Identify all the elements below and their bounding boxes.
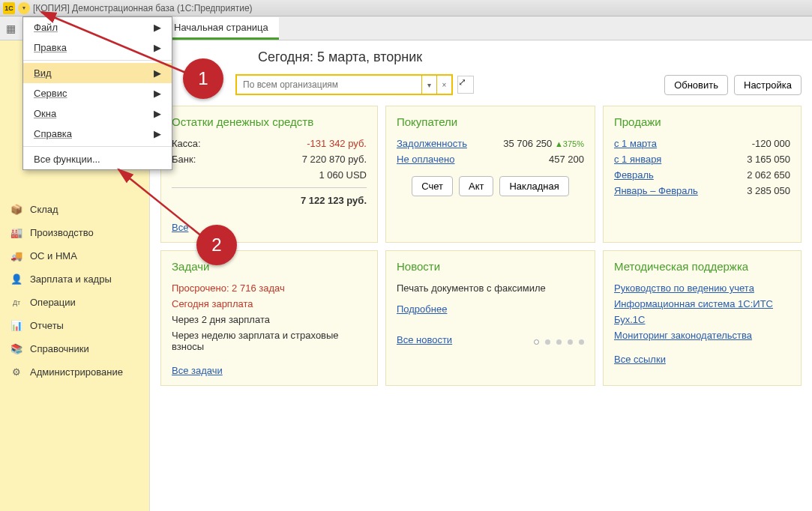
- menu-item-help[interactable]: Справка▶: [23, 124, 172, 144]
- all-tasks-link[interactable]: Все задачи: [172, 365, 223, 376]
- title-dropdown-icon[interactable]: [18, 2, 30, 14]
- sidebar-label: Операции: [30, 297, 76, 308]
- support-link-3[interactable]: Бух.1С: [614, 314, 645, 325]
- sales-val-2: 3 165 050: [747, 154, 790, 165]
- debt-link[interactable]: Задолженность: [397, 138, 467, 149]
- sections-icon[interactable]: ▦: [6, 22, 16, 34]
- menu-item-all-functions[interactable]: Все функции...: [23, 149, 172, 169]
- news-card: Новости Печать документов с факсимиле По…: [385, 250, 595, 386]
- annotation-bubble-2: 2: [196, 225, 237, 265]
- buyers-card: Покупатели Задолженность35 706 250 ▲375%…: [385, 106, 595, 243]
- person-icon: 👤: [10, 273, 22, 285]
- usd-value: 1 060 USD: [319, 169, 367, 181]
- sidebar-label: Производство: [30, 227, 94, 238]
- content-area: Сегодня: 5 марта, вторник ▾ × ⤢ Обновить…: [150, 40, 812, 511]
- bank-label: Банк:: [172, 154, 196, 165]
- sidebar-item-admin[interactable]: ⚙Администрирование: [0, 360, 149, 384]
- sidebar-label: ОС и НМА: [30, 250, 77, 261]
- box-icon: 📦: [10, 204, 22, 215]
- card-title: Остатки денежных средств: [172, 115, 367, 128]
- debt-value: 35 706 250: [503, 138, 552, 149]
- today-heading: Сегодня: 5 марта, вторник: [258, 49, 422, 65]
- chevron-right-icon: ▶: [154, 42, 161, 53]
- window-title: [КОПИЯ] Демонстрационная база (1С:Предпр…: [33, 3, 253, 13]
- expand-icon[interactable]: ⤢: [457, 76, 474, 94]
- menu-item-file[interactable]: Файл▶: [23, 17, 172, 37]
- chevron-right-icon: ▶: [154, 67, 161, 79]
- sales-val-1: -120 000: [752, 138, 790, 149]
- all-news-link[interactable]: Все новости: [397, 334, 452, 345]
- tasks-in2days: Через 2 дня зарплата: [172, 312, 367, 327]
- tab-start-page[interactable]: Начальная страница: [163, 17, 279, 40]
- support-link-4[interactable]: Мониторинг законодательства: [614, 330, 752, 341]
- chevron-right-icon: ▶: [154, 22, 161, 33]
- unpaid-link[interactable]: Не оплачено: [397, 154, 454, 165]
- factory-icon: 🏭: [10, 227, 22, 238]
- app-icon: 1С: [3, 2, 15, 14]
- all-links-link[interactable]: Все ссылки: [614, 354, 666, 365]
- menu-item-service[interactable]: Сервис▶: [23, 83, 172, 103]
- all-cash-link[interactable]: Все: [172, 222, 188, 233]
- chevron-right-icon: ▶: [154, 128, 161, 139]
- invoice-button[interactable]: Счет: [412, 176, 453, 196]
- tasks-inweek: Через неделю зарплата и страховые взносы: [172, 327, 367, 354]
- sales-card: Продажи с 1 марта-120 000 с 1 января3 16…: [603, 106, 802, 243]
- tasks-today: Сегодня зарплата: [172, 296, 367, 312]
- sales-link-3[interactable]: Февраль: [614, 169, 654, 181]
- sidebar-label: Склад: [30, 204, 58, 215]
- bank-value: 7 220 870 руб.: [302, 154, 367, 165]
- menu-item-edit[interactable]: Правка▶: [23, 37, 172, 58]
- support-link-2[interactable]: Информационная система 1С:ИТС: [614, 298, 773, 309]
- sidebar-item-reports[interactable]: 📊Отчеты: [0, 314, 149, 337]
- news-more-link[interactable]: Подробнее: [397, 303, 447, 315]
- org-input[interactable]: [237, 79, 421, 90]
- sidebar-label: Отчеты: [30, 320, 64, 331]
- refresh-button[interactable]: Обновить: [664, 75, 728, 95]
- sales-link-1[interactable]: с 1 марта: [614, 138, 657, 149]
- sales-link-2[interactable]: с 1 января: [614, 154, 661, 165]
- sidebar-label: Администрирование: [30, 366, 123, 378]
- card-title: Продажи: [614, 115, 790, 128]
- menu-item-windows[interactable]: Окна▶: [23, 103, 172, 124]
- settings-button[interactable]: Настройка: [734, 75, 802, 95]
- clear-icon[interactable]: ×: [436, 75, 451, 94]
- sidebar-item-production[interactable]: 🏭Производство: [0, 221, 149, 244]
- card-title: Покупатели: [397, 115, 584, 128]
- news-pagination-dots[interactable]: [534, 339, 584, 345]
- sidebar-item-operations[interactable]: ДтОперации: [0, 291, 149, 314]
- card-title: Задачи: [172, 260, 367, 273]
- chevron-right-icon: ▶: [154, 108, 161, 119]
- sidebar-item-os-nma[interactable]: 🚚ОС и НМА: [0, 244, 149, 267]
- org-selector[interactable]: ▾ ×: [235, 74, 453, 95]
- tasks-card: Задачи Просрочено: 2 716 задач Сегодня з…: [160, 250, 378, 386]
- sales-link-4[interactable]: Январь – Февраль: [614, 185, 698, 196]
- kassa-label: Касса:: [172, 138, 201, 149]
- tasks-overdue: Просрочено: 2 716 задач: [172, 280, 367, 296]
- nakladnaya-button[interactable]: Накладная: [499, 176, 568, 196]
- main-menu-dropdown: Файл▶ Правка▶ Вид▶ Сервис▶ Окна▶ Справка…: [22, 16, 172, 170]
- unpaid-value: 457 200: [549, 154, 584, 165]
- chevron-right-icon: ▶: [154, 88, 161, 99]
- sales-val-3: 2 062 650: [747, 169, 790, 181]
- dropdown-icon[interactable]: ▾: [421, 75, 436, 94]
- sidebar-item-salary[interactable]: 👤Зарплата и кадры: [0, 267, 149, 291]
- sidebar-item-dictionaries[interactable]: 📚Справочники: [0, 337, 149, 360]
- sales-val-4: 3 285 050: [747, 185, 790, 196]
- news-line: Печать документов с факсимиле: [397, 280, 584, 296]
- act-button[interactable]: Акт: [459, 176, 493, 196]
- total-value: 7 122 123 руб.: [301, 195, 367, 206]
- menu-item-view[interactable]: Вид▶: [23, 63, 172, 83]
- truck-icon: 🚚: [10, 250, 22, 261]
- support-link-1[interactable]: Руководство по ведению учета: [614, 282, 754, 294]
- chart-icon: 📊: [10, 320, 22, 331]
- window-titlebar: 1С [КОПИЯ] Демонстрационная база (1С:Пре…: [0, 0, 812, 16]
- card-title: Новости: [397, 260, 584, 273]
- sidebar-label: Справочники: [30, 343, 89, 354]
- gear-icon: ⚙: [10, 366, 22, 378]
- sidebar-item-stock[interactable]: 📦Склад: [0, 198, 149, 221]
- dtkt-icon: Дт: [10, 299, 22, 306]
- card-title: Методическая поддержка: [614, 260, 790, 273]
- cash-card: Остатки денежных средств Касса:-131 342 …: [160, 106, 378, 243]
- kassa-value: -131 342 руб.: [307, 138, 367, 149]
- books-icon: 📚: [10, 343, 22, 354]
